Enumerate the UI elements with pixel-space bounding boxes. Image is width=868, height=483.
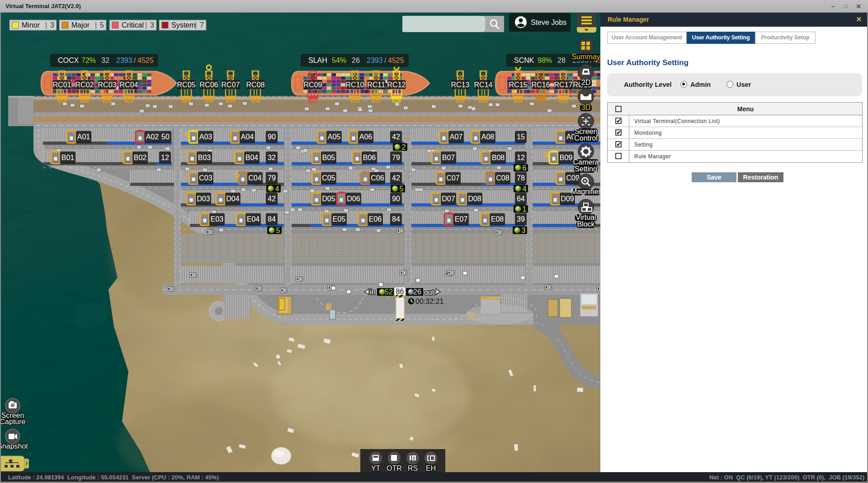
svg-text:42: 42 [392,174,400,182]
svg-text:90: 90 [268,133,276,141]
svg-text:E05: E05 [333,215,346,223]
svg-text:A08: A08 [481,133,495,141]
svg-text:84: 84 [268,215,276,223]
svg-text:/: / [384,57,387,64]
svg-text:out: out [424,289,434,296]
svg-text:C08: C08 [496,174,509,182]
svg-text:64: 64 [517,195,525,203]
svg-text:26: 26 [352,57,360,64]
svg-text:RC14: RC14 [474,81,493,89]
svg-text:12: 12 [517,154,525,161]
svg-text:Control: Control [574,134,598,142]
svg-text:Major: Major [71,21,90,29]
svg-text:B05: B05 [322,154,335,161]
svg-text:A05: A05 [328,133,341,141]
svg-text:7: 7 [200,21,204,29]
svg-text:RC17: RC17 [554,81,573,89]
svg-text:RC10: RC10 [346,81,364,89]
svg-text:D04: D04 [226,195,239,203]
svg-text:|: | [45,21,47,29]
svg-text:28: 28 [557,57,566,64]
svg-text:D05: D05 [322,195,335,203]
svg-text:3: 3 [150,21,154,29]
svg-text:3: 3 [522,227,526,234]
svg-text:/: / [134,57,136,64]
svg-text:4: 4 [523,185,527,193]
svg-text:Magnifier: Magnifier [571,188,600,195]
svg-text:E07: E07 [455,215,468,223]
svg-text:B07: B07 [442,154,455,161]
svg-text:12: 12 [161,154,169,161]
svg-text:RC02: RC02 [75,81,94,89]
svg-text:RC01: RC01 [53,81,71,89]
svg-text:50: 50 [161,133,170,141]
svg-text:42: 42 [392,133,400,141]
svg-text:RC09: RC09 [304,81,322,89]
svg-text:B08: B08 [492,154,505,161]
svg-text:4525: 4525 [137,57,154,64]
svg-text:Block: Block [577,220,595,228]
svg-text:A01: A01 [77,133,90,141]
svg-text:C07: C07 [446,174,459,182]
svg-text:C03: C03 [199,174,212,182]
svg-text:D08: D08 [468,195,481,203]
svg-text:4525: 4525 [388,57,404,64]
svg-text:A03: A03 [199,133,212,141]
svg-text:A06: A06 [359,133,373,141]
svg-text:C09: C09 [566,174,579,182]
svg-text:Summay: Summay [571,53,600,61]
svg-text:RC13: RC13 [451,81,470,89]
svg-text:B06: B06 [363,154,376,161]
svg-text:84: 84 [392,215,400,223]
svg-text:72%: 72% [81,57,96,64]
svg-text:26: 26 [413,288,421,296]
svg-text:RC12: RC12 [387,81,406,89]
svg-text:COCX: COCX [58,57,79,64]
svg-text:79: 79 [392,154,400,161]
svg-text:E04: E04 [247,215,260,223]
svg-text:Capture: Capture [0,418,26,426]
svg-text:3D: 3D [581,104,590,111]
svg-text:6: 6 [523,164,527,172]
svg-text:B09: B09 [560,154,573,161]
svg-text:RC16: RC16 [532,81,550,89]
svg-text:B04: B04 [245,154,259,161]
svg-text:Steve Jobs: Steve Jobs [531,19,566,26]
svg-text:EH: EH [426,464,436,472]
svg-text:32: 32 [101,57,109,64]
svg-text:86: 86 [396,288,404,295]
svg-text:Minor: Minor [22,21,40,29]
svg-text:›: › [25,459,28,467]
svg-text:98%: 98% [538,57,552,64]
svg-text:OTR: OTR [387,464,402,472]
svg-text:54%: 54% [332,57,346,64]
svg-text:RC03: RC03 [98,81,117,89]
svg-text:B02: B02 [134,154,147,161]
svg-text:RC08: RC08 [246,81,265,89]
svg-text:RC04: RC04 [120,81,138,89]
svg-text:15: 15 [517,133,525,141]
svg-text:90: 90 [392,195,400,203]
svg-text:E03: E03 [211,215,224,223]
svg-text:C04: C04 [248,174,261,182]
svg-text:Critical: Critical [122,21,144,29]
svg-text:2: 2 [402,143,406,151]
svg-text:5: 5 [400,185,404,193]
svg-text:Setting: Setting [575,165,597,173]
svg-text:A02: A02 [146,133,159,141]
svg-text:C06: C06 [371,174,384,182]
svg-text:1: 1 [523,205,527,213]
svg-text:C05: C05 [322,174,335,182]
svg-text:E06: E06 [369,215,382,223]
svg-text:|: | [145,21,147,29]
svg-text:in: in [370,288,375,296]
svg-text:D07: D07 [442,195,455,203]
svg-text:|: | [95,21,97,29]
svg-text:3: 3 [50,21,54,29]
svg-text:2393: 2393 [367,57,383,64]
svg-text:32: 32 [268,154,276,161]
svg-text:42: 42 [268,195,276,203]
svg-text:B03: B03 [198,154,211,161]
svg-text:B01: B01 [61,154,75,161]
svg-text:|: | [195,21,197,29]
